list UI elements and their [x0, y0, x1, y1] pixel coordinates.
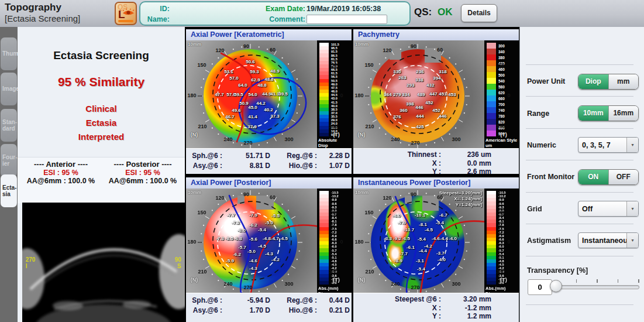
map-value: -7.9	[398, 220, 406, 225]
grid-select[interactable]: Off ▾	[578, 201, 639, 217]
sidebar-tab-thumb[interactable]: Thumb	[1, 37, 17, 70]
stats-row: Y :1.2 mm	[353, 312, 519, 321]
power-unit-mm-option[interactable]: mm	[608, 74, 639, 89]
map-value: 46.7	[225, 114, 235, 119]
stats-row: X :-1.2 mm	[353, 304, 519, 313]
map-title: Pachymetry	[353, 29, 519, 40]
transparency-input[interactable]	[528, 279, 552, 295]
map-value: -8.0	[237, 227, 246, 232]
color-scale-caption: AbsoluteDiop	[318, 138, 337, 148]
map-value: 59.5	[234, 92, 243, 97]
map-value: 338	[415, 77, 423, 83]
map-value: -4.7	[271, 236, 279, 241]
angle-label-210: 210	[198, 124, 206, 129]
similarity-value: 95 % Similarity	[18, 75, 185, 89]
transparency-slider-handle[interactable]	[550, 280, 562, 292]
map-value: -4.5	[280, 236, 288, 241]
color-scale-tick: 540	[498, 79, 505, 83]
badge-underline	[118, 20, 133, 22]
color-scale-cell	[487, 101, 496, 107]
angle-label-210: 210	[198, 269, 206, 275]
numeric-select[interactable]: 0, 3, 5, 7 ▾	[578, 137, 639, 153]
map-value: -5.4	[418, 237, 426, 242]
power-unit-toggle[interactable]: Diop mm	[578, 74, 639, 90]
color-scale-caption: American Styleum	[485, 138, 517, 148]
map-value: -5.7	[238, 244, 246, 249]
angle-label-300: 300	[452, 281, 460, 287]
color-scale-tick: -6.3	[331, 241, 336, 245]
stats-row: Thinnest :236 um	[353, 150, 519, 159]
angle-label-150: 150	[197, 210, 206, 215]
posterior-aa-value: AA@6mm : 100.0 %	[102, 177, 184, 185]
color-scale-tick: 37.0	[331, 111, 338, 115]
details-button[interactable]: Details	[461, 4, 497, 22]
front-monitor-off-option[interactable]: OFF	[608, 170, 639, 184]
map-quadrant-q1: Axial Power [Keratometric]101.596.591.58…	[186, 29, 352, 174]
range-16mm-option[interactable]: 16mm	[608, 106, 639, 121]
sidebar-tab-image[interactable]: Image	[1, 73, 17, 105]
map-value: 64.0	[238, 83, 247, 88]
front-monitor-toggle[interactable]: ON OFF	[578, 169, 639, 185]
map-value: -5.0	[247, 249, 256, 254]
astigmatism-select[interactable]: Instantaneous ▾	[578, 232, 639, 248]
color-scale-tick: -6.9	[331, 234, 336, 238]
range-10mm-option[interactable]: 10mm	[578, 106, 608, 121]
chevron-down-icon[interactable]: ▾	[626, 138, 638, 152]
color-scale-tick: 40.0	[331, 104, 338, 108]
color-scale-tick: 620	[498, 91, 505, 95]
color-scale-tick: -7.8	[498, 223, 504, 227]
color-scale-cell	[487, 66, 496, 72]
map-value: 48.9	[270, 68, 280, 74]
stats-row: Sph.@6 :51.71 DReg.@6 :2.28 D	[186, 152, 352, 162]
map-range-label: 10mm	[188, 190, 201, 195]
ectasia-summary-panel: Ectasia Screening 95 % Similarity Clinic…	[18, 27, 185, 322]
transparency-slider-track[interactable]	[555, 285, 639, 289]
angle-label-240: 240	[391, 281, 400, 287]
angle-label-330: 330	[329, 269, 338, 275]
map-value: -8.5	[225, 236, 233, 241]
sidebar-tab-ectasia[interactable]: Ecta- sia	[1, 174, 17, 207]
topography-maps-region: Axial Power [Keratometric]101.596.591.58…	[185, 27, 519, 322]
oct-bscan-graphic	[22, 203, 185, 322]
chevron-down-icon[interactable]: ▾	[626, 233, 638, 248]
posterior-esi-column: ---- Posterior ---- ESI : 95 % AA@6mm : …	[102, 160, 184, 185]
comment-input[interactable]	[306, 15, 387, 24]
color-scale-tick: -8.1	[331, 220, 336, 223]
angle-label-60: 60	[270, 47, 275, 53]
map-value: 446	[415, 105, 423, 110]
map-stats: Steepest @6 :3.20 mmX :-1.2 mmY :1.2 mm	[353, 293, 519, 322]
color-scale-cell	[487, 43, 496, 49]
chevron-down-icon[interactable]: ▾	[626, 201, 638, 216]
color-scale-tick: -10.2	[498, 194, 506, 198]
astigmatism-label: Astigmatism	[527, 237, 571, 245]
stats-row: Sph.@6 :-5.94 DReg.@6 :0.44 D	[186, 296, 352, 306]
map-title: Axial Power [Posterior]	[186, 177, 352, 189]
stat-value: 3.20 mm	[441, 295, 491, 304]
map-value: 62.9	[251, 77, 260, 83]
stat-label: X :	[353, 304, 441, 313]
angle-label-210: 210	[365, 124, 374, 129]
color-scale-cell	[487, 49, 496, 54]
range-toggle[interactable]: 10mm 16mm	[578, 105, 639, 121]
color-scale-cell	[487, 60, 496, 66]
map-value: 37.3	[270, 114, 280, 119]
angle-label-90: 90	[411, 43, 416, 49]
angle-label-270: 270	[411, 140, 419, 146]
angle-label-150: 150	[364, 210, 373, 215]
map-area: -10.5-10.2-9.9-9.6-9.3-9.0-8.7-8.4-8.1-7…	[186, 189, 352, 293]
map-value: 452	[425, 100, 433, 105]
power-unit-diop-option[interactable]: Diop	[578, 74, 608, 89]
color-scale-tick: 66.5	[331, 68, 338, 71]
sidebar-tab-fourier[interactable]: Four- ier	[1, 144, 17, 177]
color-scale-tick: -9.9	[498, 198, 504, 201]
front-monitor-on-option[interactable]: ON	[578, 170, 608, 184]
map-value: 263	[398, 75, 406, 80]
map-value: 48.8	[257, 83, 267, 88]
map-value: 451	[439, 91, 446, 97]
map-value: -7.9	[249, 213, 257, 218]
sidebar-tab-standard[interactable]: Stan- dard	[1, 109, 17, 142]
angle-label-180: 180	[354, 239, 363, 245]
stat-label: Y :	[353, 167, 441, 176]
map-value: -6.2	[233, 252, 241, 257]
color-scale-tick: -7.2	[331, 231, 336, 234]
